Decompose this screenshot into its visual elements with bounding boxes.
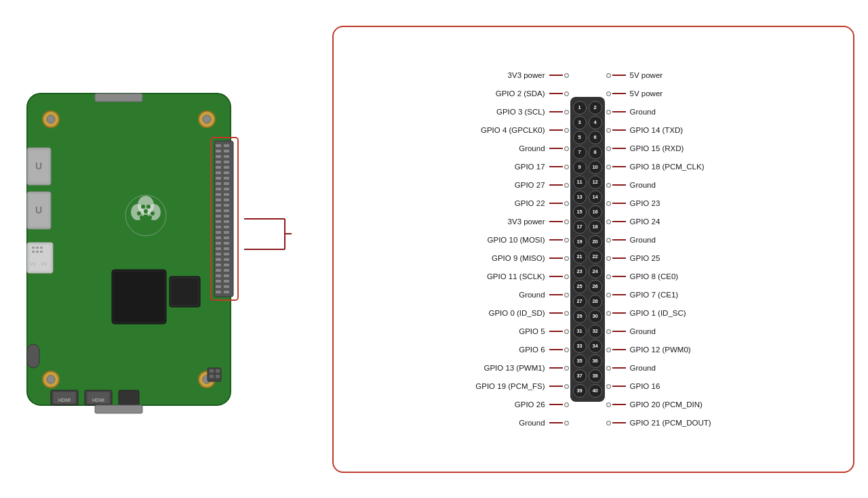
pin-number-left: 35 — [573, 354, 587, 368]
left-pin-row: GPIO 5 — [475, 323, 568, 341]
left-pin-line — [549, 404, 563, 405]
right-pin-line — [612, 239, 626, 241]
left-pin-line — [549, 367, 563, 369]
svg-rect-62 — [216, 285, 221, 288]
pin-number-right: 40 — [589, 384, 602, 398]
left-pin-label: GPIO 2 (SDA) — [496, 89, 545, 98]
left-pin-dot — [564, 165, 569, 169]
pin-number-left: 1 — [573, 101, 587, 115]
left-pin-line — [549, 184, 563, 186]
pin-number-left: 15 — [573, 205, 587, 219]
left-pin-row: GPIO 4 (GPCLK0) — [475, 121, 568, 140]
left-pin-row: GPIO 27 — [475, 176, 568, 194]
left-pin-row: GPIO 3 (SCL) — [475, 103, 568, 121]
pin-pair: 39 40 — [573, 384, 602, 398]
pin-pair: 15 16 — [573, 205, 602, 219]
right-pin-dot — [606, 110, 611, 115]
right-pin-line — [612, 367, 626, 369]
right-pin-dot — [606, 329, 611, 334]
gpio-section: 3V3 power GPIO 2 (SDA) GPIO 3 (SCL) GPIO… — [332, 26, 854, 473]
pin-number-right: 16 — [589, 205, 602, 219]
pin-pair: 35 36 — [573, 354, 602, 368]
left-pin-label: 3V3 power — [508, 71, 545, 79]
gpio-diagram: 3V3 power GPIO 2 (SDA) GPIO 3 (SCL) GPIO… — [475, 66, 711, 432]
svg-rect-40 — [216, 226, 221, 228]
left-pin-dot — [564, 220, 569, 224]
right-pin-line — [612, 257, 626, 259]
right-pin-label: GPIO 7 (CE1) — [630, 291, 679, 299]
svg-rect-12 — [216, 150, 221, 152]
svg-rect-20 — [216, 171, 221, 174]
left-pin-label: Ground — [519, 144, 545, 152]
right-pin-line — [612, 148, 626, 149]
right-pin-line — [612, 166, 626, 167]
right-pin-row: Ground — [606, 176, 711, 194]
pin-number-right: 12 — [589, 175, 602, 189]
left-pin-line — [549, 166, 563, 167]
svg-point-101 — [140, 215, 144, 220]
right-pin-line — [612, 294, 626, 295]
svg-rect-24 — [216, 182, 221, 185]
svg-rect-46 — [216, 242, 221, 245]
left-pin-line — [549, 422, 563, 423]
right-pin-line — [612, 184, 626, 186]
left-pin-label: Ground — [519, 419, 545, 427]
right-pin-dot — [606, 165, 611, 169]
pin-number-left: 9 — [573, 161, 587, 174]
right-pin-label: GPIO 20 (PCM_DIN) — [630, 400, 703, 409]
svg-rect-106 — [172, 278, 198, 305]
pin-number-left: 31 — [573, 325, 587, 338]
right-pin-dot — [606, 384, 611, 389]
pin-pair: 9 10 — [573, 161, 602, 174]
svg-rect-104 — [114, 272, 164, 322]
svg-rect-33 — [224, 204, 229, 207]
left-pin-dot — [564, 110, 569, 115]
svg-point-102 — [148, 215, 152, 220]
svg-rect-90 — [95, 94, 142, 102]
right-pin-row: GPIO 12 (PWM0) — [606, 341, 711, 359]
left-pin-row: Ground — [475, 414, 568, 432]
pin-pair: 25 26 — [573, 280, 602, 293]
svg-rect-79 — [36, 251, 39, 253]
left-pin-line — [549, 257, 563, 259]
left-pin-dot — [564, 402, 569, 407]
svg-rect-26 — [216, 188, 221, 190]
left-pin-row: 3V3 power — [475, 66, 568, 85]
left-pin-row: 3V3 power — [475, 213, 568, 231]
left-column: 3V3 power GPIO 2 (SDA) GPIO 3 (SCL) GPIO… — [475, 66, 568, 432]
pin-number-right: 28 — [589, 295, 602, 308]
left-pin-row: GPIO 17 — [475, 158, 568, 176]
svg-rect-16 — [216, 161, 221, 163]
svg-rect-76 — [36, 247, 39, 249]
right-pin-line — [612, 75, 626, 76]
right-pin-label: GPIO 23 — [630, 199, 660, 207]
svg-point-96 — [141, 205, 145, 209]
right-pin-row: Ground — [606, 323, 711, 341]
main-container: U U VV VV HDMI HDMI — [14, 12, 854, 486]
pin-number-left: 23 — [573, 265, 587, 278]
right-pin-row: GPIO 20 (PCM_DIN) — [606, 396, 711, 414]
svg-rect-23 — [224, 177, 229, 180]
svg-text:HDMI: HDMI — [92, 398, 104, 402]
right-pin-dot — [606, 201, 611, 206]
right-pin-row: GPIO 23 — [606, 194, 711, 213]
left-pin-line — [549, 239, 563, 241]
left-pin-row: GPIO 9 (MISO) — [475, 249, 568, 268]
right-pin-line — [612, 349, 626, 350]
pin-number-right: 2 — [589, 101, 602, 115]
svg-point-97 — [146, 205, 151, 209]
svg-rect-65 — [224, 291, 229, 293]
svg-rect-49 — [224, 247, 229, 250]
left-pin-line — [549, 331, 563, 332]
right-pin-line — [612, 386, 626, 387]
right-pin-row: GPIO 15 (RXD) — [606, 140, 711, 158]
left-pin-label: GPIO 3 (SCL) — [496, 108, 545, 116]
right-pin-row: GPIO 24 — [606, 213, 711, 231]
right-pin-dot — [606, 183, 611, 188]
svg-rect-41 — [224, 226, 229, 228]
left-pin-dot — [564, 183, 569, 188]
svg-rect-19 — [224, 166, 229, 169]
svg-rect-61 — [224, 280, 229, 283]
right-pin-dot — [606, 366, 611, 371]
right-pin-row: GPIO 16 — [606, 377, 711, 396]
